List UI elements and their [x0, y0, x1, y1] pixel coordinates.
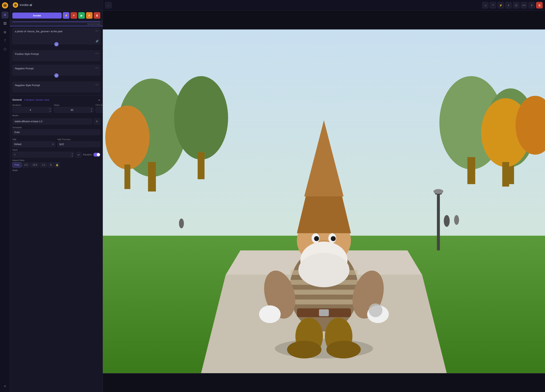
iterations-input[interactable] — [12, 107, 48, 113]
close-button[interactable]: ✕ — [71, 12, 77, 19]
toggle-knob — [97, 153, 100, 156]
pause-button[interactable]: ⏸ — [86, 12, 93, 19]
cfg-input[interactable] — [96, 107, 103, 113]
queue-status: Queue Empty — [10, 21, 103, 26]
aspect-2-3-button[interactable]: 2:3 — [22, 163, 30, 167]
svg-point-49 — [444, 215, 450, 227]
positive-prompt-input[interactable] — [12, 28, 100, 43]
negative-prompt-code-icon[interactable]: </> — [95, 67, 99, 69]
prompt-link-center[interactable]: 🔗 — [54, 42, 59, 46]
scheduler-label: Scheduler — [12, 126, 100, 129]
viewer-more-button[interactable]: ··· — [105, 2, 112, 8]
vae-precision-param: VAE Precision fp32 fp16 auto — [57, 138, 100, 147]
positive-style-prompt-box: </> — [12, 50, 100, 61]
aspect-16-9-button[interactable]: 16:9 — [30, 163, 39, 167]
seed-label: Seed — [12, 149, 100, 151]
play-button[interactable]: ▶ — [78, 12, 85, 19]
viewer-delete-button[interactable]: 🗑 — [536, 2, 543, 8]
sidebar-item-image[interactable]: 🖼 — [1, 20, 8, 27]
svg-point-37 — [298, 253, 349, 287]
scheduler-param: Scheduler Euler DDIM DPM++ 2M Karras — [12, 126, 100, 137]
random-toggle[interactable] — [93, 153, 100, 157]
seed-down[interactable]: ▼ — [71, 155, 74, 157]
steps-down[interactable]: ▼ — [90, 110, 93, 113]
scheduler-select[interactable]: Euler DDIM DPM++ 2M Karras — [12, 129, 100, 135]
iterations-down[interactable]: ▼ — [48, 110, 52, 113]
trash-button[interactable]: 🗑 — [94, 12, 100, 19]
positive-prompt-link-icon[interactable]: 🔗 — [96, 40, 99, 42]
vae-input[interactable] — [12, 142, 51, 147]
svg-point-47 — [326, 341, 361, 358]
sidebar-item-grid[interactable]: ⊞ — [1, 29, 8, 36]
cfg-input-wrap: ▲ ▼ — [95, 107, 103, 113]
viewer-back-button[interactable]: ◁ — [482, 2, 489, 8]
svg-point-14 — [105, 106, 149, 169]
iterations-param: Iterations ▲ ▼ — [12, 104, 52, 113]
positive-prompt-box: </> 🔗 🔗 — [12, 28, 100, 44]
positive-style-code-icon[interactable]: </> — [95, 52, 99, 55]
negative-style-prompt-input[interactable] — [12, 82, 100, 91]
negative-link-center[interactable]: 🔗 — [54, 73, 59, 78]
sidebar-item-share[interactable]: ⤴ — [1, 37, 8, 44]
svg-rect-52 — [437, 192, 440, 250]
aspect-swap-button[interactable]: ⇅ — [48, 162, 54, 168]
steps-input[interactable] — [54, 107, 90, 113]
viewer-quote-button[interactable]: ❝ — [490, 2, 496, 8]
seed-input[interactable] — [12, 152, 70, 157]
viewer-send-button[interactable]: ⚡ — [497, 2, 504, 8]
positive-style-prompt-input[interactable] — [12, 51, 100, 60]
seed-shuffle-button[interactable]: ⇌ — [76, 152, 81, 157]
width-label: Width — [12, 169, 100, 171]
general-section-header[interactable]: General 4 Iterations, Random Seed ▲ — [12, 97, 100, 102]
negative-style-code-icon[interactable]: </> — [95, 84, 99, 86]
positive-prompt-code-icon[interactable]: </> — [95, 30, 99, 32]
seed-row: Seed ▲ ▼ ⇌ Random — [12, 149, 100, 157]
viewer-star-button[interactable]: ✦ — [505, 2, 512, 8]
viewer-code-button[interactable]: </> — [521, 2, 527, 8]
steps-param: Steps ▲ ▼ — [54, 104, 93, 113]
vae-precision-select[interactable]: fp32 fp16 auto — [57, 141, 100, 147]
model-refresh-button[interactable]: ↻ — [94, 118, 100, 125]
svg-point-42 — [259, 305, 281, 323]
sidebar-item-models[interactable]: ⬡ — [1, 46, 8, 53]
negative-style-section: </> — [10, 78, 103, 95]
lightning-button[interactable]: ⚡ — [63, 12, 69, 19]
iterations-input-wrap: ▲ ▼ — [12, 107, 52, 113]
aspect-ratio-row: Aspect Ratio Free 2:3 16:9 1:1 ⇅ 🔒 — [12, 159, 100, 168]
invoke-button[interactable]: Invoke — [12, 12, 62, 18]
svg-point-50 — [454, 215, 459, 225]
model-select-wrap: stable-diffusion-xl-base-1.0 stable-diff… — [12, 119, 92, 124]
general-section: General 4 Iterations, Random Seed ▲ Iter… — [10, 95, 103, 173]
sidebar-item-menu[interactable]: ≡ — [1, 383, 8, 390]
svg-point-1 — [4, 5, 6, 6]
general-title: General — [12, 98, 22, 101]
prompt-section: </> 🔗 🔗 — [10, 26, 103, 47]
viewer-pause-button[interactable]: ⏸ — [528, 2, 535, 8]
steps-label: Steps — [54, 104, 93, 106]
steps-input-wrap: ▲ ▼ — [54, 107, 93, 113]
viewer-toolbar: ··· ◁ ❝ ⚡ ✦ ⊡ </> ⏸ 🗑 — [103, 0, 545, 11]
generated-image — [103, 11, 545, 392]
svg-rect-26 — [291, 290, 357, 295]
cfg-scale-label: CFG Scale — [95, 104, 103, 106]
svg-point-54 — [434, 189, 443, 194]
model-label: Model — [12, 114, 100, 117]
negative-prompt-box: </> 🔗 — [12, 65, 100, 76]
svg-point-48 — [369, 303, 382, 317]
viewer-expand-button[interactable]: ⊡ — [513, 2, 520, 8]
aspect-lock-button[interactable]: 🔒 — [54, 162, 60, 168]
seed-up[interactable]: ▲ — [71, 152, 74, 155]
steps-up[interactable]: ▲ — [90, 107, 93, 110]
random-label: Random — [83, 153, 92, 156]
svg-rect-29 — [319, 309, 329, 316]
sidebar-item-avatar[interactable]: A — [1, 12, 8, 18]
iterations-up[interactable]: ▲ — [48, 107, 52, 110]
negative-section: </> 🔗 — [10, 64, 103, 78]
svg-point-46 — [287, 341, 321, 358]
aspect-free-button[interactable]: Free — [12, 163, 21, 167]
vae-row: VAE ✕ VAE Precision fp32 fp16 auto — [12, 138, 100, 147]
vae-clear-button[interactable]: ✕ — [51, 143, 55, 146]
aspect-1-1-button[interactable]: 1:1 — [40, 163, 48, 167]
model-select[interactable]: stable-diffusion-xl-base-1.0 stable-diff… — [12, 119, 92, 124]
iterations-label: Iterations — [12, 104, 52, 106]
